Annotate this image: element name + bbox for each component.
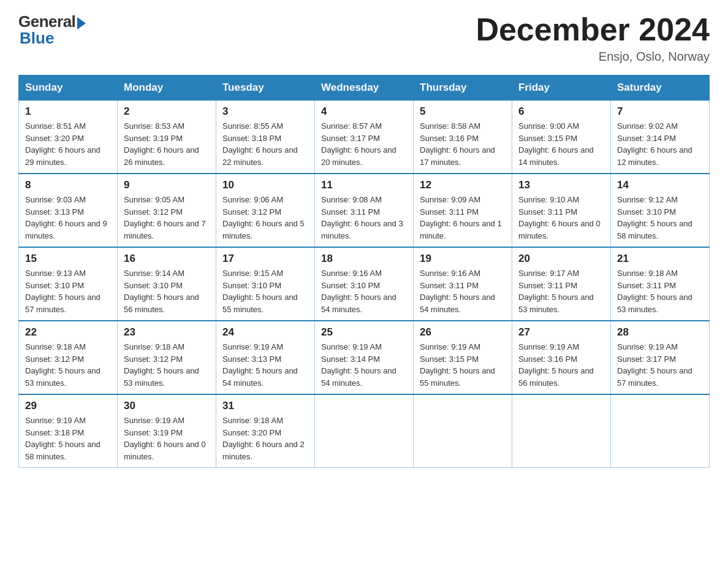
calendar-week-row: 22 Sunrise: 9:18 AMSunset: 3:12 PMDaylig… — [19, 321, 710, 394]
day-number: 27 — [518, 326, 604, 339]
day-info: Sunrise: 9:19 AMSunset: 3:18 PMDaylight:… — [25, 415, 111, 462]
day-number: 21 — [617, 253, 703, 265]
calendar-day-cell: 22 Sunrise: 9:18 AMSunset: 3:12 PMDaylig… — [19, 321, 118, 394]
day-number: 5 — [420, 105, 506, 118]
day-number: 1 — [25, 105, 111, 118]
day-number: 12 — [420, 179, 506, 191]
day-number: 15 — [25, 253, 111, 265]
calendar-day-cell: 29 Sunrise: 9:19 AMSunset: 3:18 PMDaylig… — [19, 394, 118, 468]
day-info: Sunrise: 9:19 AMSunset: 3:19 PMDaylight:… — [124, 415, 210, 462]
day-number: 29 — [25, 400, 111, 412]
day-info: Sunrise: 9:18 AMSunset: 3:11 PMDaylight:… — [617, 267, 703, 315]
day-info: Sunrise: 8:55 AMSunset: 3:18 PMDaylight:… — [222, 120, 308, 168]
day-number: 20 — [518, 253, 604, 265]
day-info: Sunrise: 9:09 AMSunset: 3:11 PMDaylight:… — [420, 194, 506, 242]
weekday-header-friday: Friday — [512, 75, 611, 101]
day-info: Sunrise: 9:19 AMSunset: 3:15 PMDaylight:… — [420, 341, 506, 389]
day-number: 14 — [617, 179, 703, 191]
weekday-header-tuesday: Tuesday — [216, 75, 315, 101]
day-info: Sunrise: 9:05 AMSunset: 3:12 PMDaylight:… — [124, 194, 210, 242]
day-number: 28 — [617, 326, 703, 339]
day-number: 4 — [321, 105, 407, 118]
calendar-day-cell: 25 Sunrise: 9:19 AMSunset: 3:14 PMDaylig… — [315, 321, 414, 394]
calendar-day-cell: 11 Sunrise: 9:08 AMSunset: 3:11 PMDaylig… — [315, 174, 414, 247]
weekday-header-monday: Monday — [118, 75, 216, 101]
day-info: Sunrise: 9:03 AMSunset: 3:13 PMDaylight:… — [25, 194, 111, 242]
calendar-week-row: 29 Sunrise: 9:19 AMSunset: 3:18 PMDaylig… — [19, 394, 710, 468]
day-number: 30 — [124, 400, 210, 412]
calendar-day-cell: 24 Sunrise: 9:19 AMSunset: 3:13 PMDaylig… — [216, 321, 315, 394]
day-number: 17 — [222, 253, 308, 265]
calendar-day-cell: 17 Sunrise: 9:15 AMSunset: 3:10 PMDaylig… — [216, 247, 315, 321]
day-number: 13 — [518, 179, 604, 191]
calendar-day-cell: 15 Sunrise: 9:13 AMSunset: 3:10 PMDaylig… — [19, 247, 118, 321]
day-info: Sunrise: 9:00 AMSunset: 3:15 PMDaylight:… — [518, 120, 604, 168]
weekday-header-saturday: Saturday — [611, 75, 710, 101]
day-info: Sunrise: 9:15 AMSunset: 3:10 PMDaylight:… — [222, 267, 308, 315]
day-number: 10 — [222, 179, 308, 191]
calendar-day-cell: 2 Sunrise: 8:53 AMSunset: 3:19 PMDayligh… — [118, 101, 216, 174]
month-title: December 2024 — [476, 12, 710, 47]
day-number: 18 — [321, 253, 407, 265]
calendar-day-cell: 16 Sunrise: 9:14 AMSunset: 3:10 PMDaylig… — [118, 247, 216, 321]
day-info: Sunrise: 8:58 AMSunset: 3:16 PMDaylight:… — [420, 120, 506, 168]
day-number: 8 — [25, 179, 111, 191]
day-number: 24 — [222, 326, 308, 339]
calendar-week-row: 1 Sunrise: 8:51 AMSunset: 3:20 PMDayligh… — [19, 101, 710, 174]
day-info: Sunrise: 8:51 AMSunset: 3:20 PMDaylight:… — [25, 120, 111, 168]
calendar-day-cell: 23 Sunrise: 9:18 AMSunset: 3:12 PMDaylig… — [118, 321, 216, 394]
calendar-day-cell: 20 Sunrise: 9:17 AMSunset: 3:11 PMDaylig… — [512, 247, 611, 321]
day-info: Sunrise: 9:19 AMSunset: 3:16 PMDaylight:… — [518, 341, 604, 389]
calendar-day-cell: 14 Sunrise: 9:12 AMSunset: 3:10 PMDaylig… — [611, 174, 710, 247]
calendar-week-row: 15 Sunrise: 9:13 AMSunset: 3:10 PMDaylig… — [19, 247, 710, 321]
day-info: Sunrise: 8:53 AMSunset: 3:19 PMDaylight:… — [124, 120, 210, 168]
day-number: 22 — [25, 326, 111, 339]
calendar-day-cell: 26 Sunrise: 9:19 AMSunset: 3:15 PMDaylig… — [414, 321, 512, 394]
day-info: Sunrise: 9:16 AMSunset: 3:11 PMDaylight:… — [420, 267, 506, 315]
day-number: 11 — [321, 179, 407, 191]
weekday-header-sunday: Sunday — [19, 75, 118, 101]
calendar-table: SundayMondayTuesdayWednesdayThursdayFrid… — [18, 75, 710, 468]
day-info: Sunrise: 9:19 AMSunset: 3:17 PMDaylight:… — [617, 341, 703, 389]
day-info: Sunrise: 9:08 AMSunset: 3:11 PMDaylight:… — [321, 194, 407, 242]
day-info: Sunrise: 9:19 AMSunset: 3:14 PMDaylight:… — [321, 341, 407, 389]
day-number: 25 — [321, 326, 407, 339]
calendar-day-cell: 12 Sunrise: 9:09 AMSunset: 3:11 PMDaylig… — [414, 174, 512, 247]
day-number: 3 — [222, 105, 308, 118]
calendar-day-cell: 10 Sunrise: 9:06 AMSunset: 3:12 PMDaylig… — [216, 174, 315, 247]
calendar-day-cell: 6 Sunrise: 9:00 AMSunset: 3:15 PMDayligh… — [512, 101, 611, 174]
day-info: Sunrise: 9:02 AMSunset: 3:14 PMDaylight:… — [617, 120, 703, 168]
calendar-day-cell: 21 Sunrise: 9:18 AMSunset: 3:11 PMDaylig… — [611, 247, 710, 321]
day-info: Sunrise: 9:19 AMSunset: 3:13 PMDaylight:… — [222, 341, 308, 389]
page-header: General Blue December 2024 Ensjo, Oslo, … — [18, 12, 710, 64]
day-info: Sunrise: 9:14 AMSunset: 3:10 PMDaylight:… — [124, 267, 210, 315]
day-number: 23 — [124, 326, 210, 339]
day-info: Sunrise: 8:57 AMSunset: 3:17 PMDaylight:… — [321, 120, 407, 168]
calendar-day-cell: 31 Sunrise: 9:18 AMSunset: 3:20 PMDaylig… — [216, 394, 315, 468]
day-info: Sunrise: 9:12 AMSunset: 3:10 PMDaylight:… — [617, 194, 703, 242]
day-number: 2 — [124, 105, 210, 118]
day-info: Sunrise: 9:16 AMSunset: 3:10 PMDaylight:… — [321, 267, 407, 315]
calendar-day-cell: 4 Sunrise: 8:57 AMSunset: 3:17 PMDayligh… — [315, 101, 414, 174]
logo-arrow-icon — [77, 17, 86, 29]
calendar-day-cell: 7 Sunrise: 9:02 AMSunset: 3:14 PMDayligh… — [611, 101, 710, 174]
calendar-day-cell: 1 Sunrise: 8:51 AMSunset: 3:20 PMDayligh… — [19, 101, 118, 174]
calendar-day-cell: 28 Sunrise: 9:19 AMSunset: 3:17 PMDaylig… — [611, 321, 710, 394]
calendar-day-cell: 19 Sunrise: 9:16 AMSunset: 3:11 PMDaylig… — [414, 247, 512, 321]
calendar-day-cell — [512, 394, 611, 468]
day-info: Sunrise: 9:18 AMSunset: 3:12 PMDaylight:… — [25, 341, 111, 389]
calendar-day-cell — [414, 394, 512, 468]
calendar-week-row: 8 Sunrise: 9:03 AMSunset: 3:13 PMDayligh… — [19, 174, 710, 247]
day-info: Sunrise: 9:10 AMSunset: 3:11 PMDaylight:… — [518, 194, 604, 242]
calendar-day-cell — [611, 394, 710, 468]
day-number: 26 — [420, 326, 506, 339]
day-info: Sunrise: 9:13 AMSunset: 3:10 PMDaylight:… — [25, 267, 111, 315]
logo-blue-text: Blue — [20, 29, 54, 48]
location-label: Ensjo, Oslo, Norway — [476, 50, 710, 64]
day-number: 19 — [420, 253, 506, 265]
day-info: Sunrise: 9:06 AMSunset: 3:12 PMDaylight:… — [222, 194, 308, 242]
calendar-day-cell: 3 Sunrise: 8:55 AMSunset: 3:18 PMDayligh… — [216, 101, 315, 174]
weekday-header-wednesday: Wednesday — [315, 75, 414, 101]
day-info: Sunrise: 9:18 AMSunset: 3:12 PMDaylight:… — [124, 341, 210, 389]
day-info: Sunrise: 9:18 AMSunset: 3:20 PMDaylight:… — [222, 415, 308, 462]
